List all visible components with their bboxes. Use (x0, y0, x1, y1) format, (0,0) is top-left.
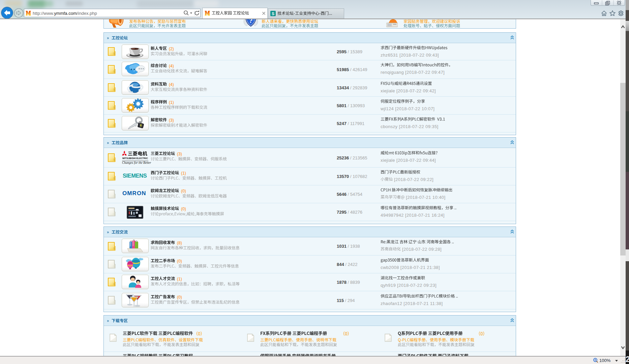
svg-text:100%: 100% (599, 358, 611, 363)
svg-text:?: ? (249, 19, 252, 24)
svg-text:S: S (272, 11, 274, 16)
